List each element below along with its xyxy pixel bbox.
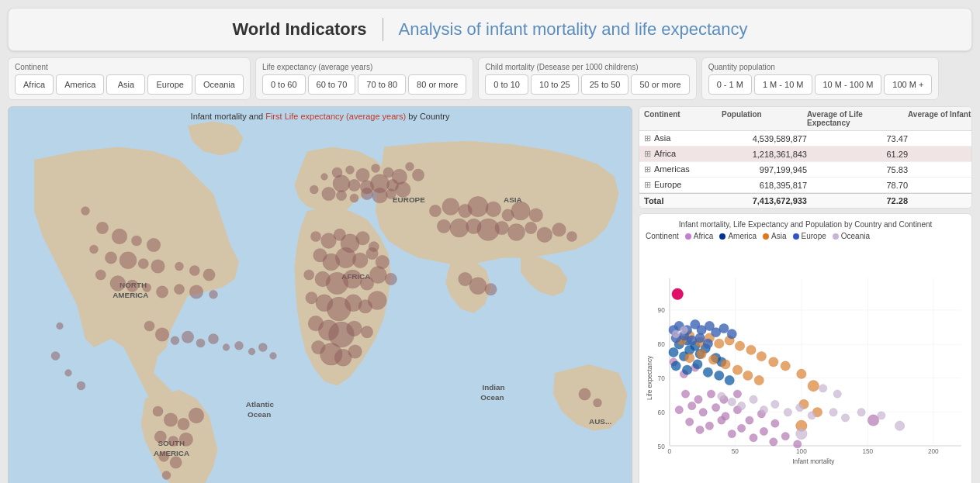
scatter-dot-asia [708,355,718,364]
bubble [594,398,602,407]
bubble [96,222,108,233]
quantity-population-filter-label: Quantity population [708,63,933,71]
cell-population-americas: 997,199,945 [722,165,807,174]
continent-filter-label: Continent [15,63,244,71]
scatter-dot-europe [719,323,729,333]
table-row: ⊞Asia 4,539,589,877 73.47 38.33 [639,131,971,147]
bubble [174,285,184,295]
header-title: World Indicators [232,19,366,40]
scatter-dot-africa [770,438,777,446]
bubble [151,260,165,274]
bubble [189,265,199,275]
filter-pop-10-100m[interactable]: 10 M - 100 M [815,74,882,95]
scatter-dot-africa [712,403,719,411]
bubble [179,433,193,447]
right-panel: Continent Population Average of Life Exp… [639,106,972,483]
filter-pop-100m-plus[interactable]: 100 M + [884,74,932,95]
header: World Indicators Analysis of infant mort… [8,8,972,51]
bubble [322,187,336,201]
filter-cm-0-10[interactable]: 0 to 10 [485,74,528,95]
bubble [203,269,215,281]
bubble [159,451,169,461]
scatter-dot-america [671,361,680,371]
total-label: Total [644,196,722,205]
bubble [508,224,525,241]
x-label-200: 200 [928,448,939,455]
bubble [429,205,441,216]
filter-pop-1-10m[interactable]: 1 M - 10 M [754,74,812,95]
bubble [95,270,106,280]
filter-asia[interactable]: Asia [106,74,145,95]
filter-cm-25-50[interactable]: 25 to 50 [581,74,629,95]
scatter-legend-label: Continent [646,232,679,240]
legend-dot-america [719,233,725,240]
scatter-dot-africa [686,418,694,426]
filter-cm-50-more[interactable]: 50 or more [631,74,689,95]
bubble [352,253,368,268]
scatter-dot-africa [705,422,713,430]
filter-europe[interactable]: Europe [147,74,192,95]
indian-label2: Ocean [480,393,504,402]
bubble [348,179,360,191]
bubble [372,188,388,203]
bubble [552,223,566,236]
filter-africa[interactable]: Africa [15,74,54,95]
cell-continent-americas: ⊞Americas [644,164,722,174]
total-population: 7,413,672,933 [722,196,807,205]
bubble [153,406,163,416]
atlantic-label2: Ocean [248,410,271,419]
cell-infant-mort-africa: 77.94 [908,150,971,159]
scatter-dot-europe [727,329,736,339]
scatter-dot-oceania [750,395,757,403]
scatter-dot-africa [771,419,779,427]
scatter-dot-africa [694,395,702,403]
filter-60-70[interactable]: 60 to 70 [308,74,356,95]
bubble [566,231,577,241]
bubble [485,284,497,295]
bubble [343,270,362,288]
bubble [406,162,414,171]
scatter-dot-oceania [771,400,779,408]
bubble [110,276,126,292]
filter-oceania[interactable]: Oceania [195,74,244,95]
bubble [347,321,362,336]
filter-70-80[interactable]: 70 to 80 [358,74,406,95]
scatter-dot-oceania [829,409,837,416]
x-label-50: 50 [732,448,739,455]
legend-america: America [719,232,757,240]
bubble [336,191,346,201]
bubble [178,418,189,430]
scatter-dot-america [703,367,712,377]
header-subtitle: Analysis of infant mortality and life ex… [399,19,748,40]
bubble [350,194,358,202]
filter-80-more[interactable]: 80 or more [408,74,466,95]
scatter-dot-oceania [737,402,745,409]
cell-continent: ⊞Asia [644,133,722,143]
scatter-dot-europe [695,333,705,343]
bubble [138,259,148,269]
scatter-dot-africa [728,430,736,437]
child-mortality-filter: Child mortality (Desease per 1000 childr… [478,57,696,100]
scatter-dot-oceania [878,412,885,419]
scatter-dot-africa [794,440,802,448]
filter-0-60[interactable]: 0 to 60 [262,74,306,95]
bubble [385,273,397,285]
scatter-dot-asia [808,381,819,392]
bubble [131,236,141,246]
bubble [468,196,488,216]
bubble [171,336,179,345]
scatter-dot-asia [797,369,806,378]
bubble [361,188,372,199]
scatter-dot-america [715,371,724,380]
bubble [156,286,168,298]
bubble [143,284,151,292]
legend-asia-text: Asia [771,232,786,240]
cell-life-exp-africa: 61.29 [807,150,908,159]
filter-america[interactable]: America [56,74,104,95]
header-divider [383,18,383,41]
filter-cm-10-25[interactable]: 10 to 25 [531,74,579,95]
bubble [486,202,501,217]
filter-pop-0-1m[interactable]: 0 - 1 M [708,74,752,95]
bubble [469,278,487,295]
y-label-70: 70 [658,375,666,382]
